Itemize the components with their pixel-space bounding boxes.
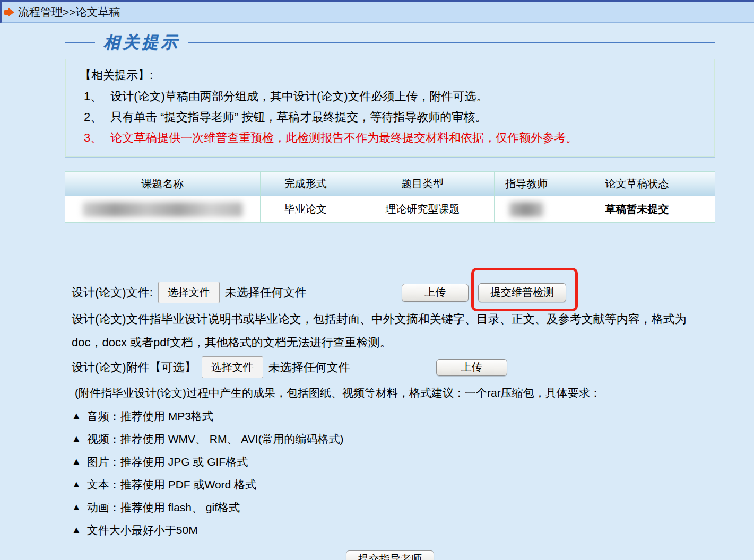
tip-item-3-warning: 3、论文草稿提供一次维普查重预检，此检测报告不作为最终提交材料和依据，仅作额外参… <box>80 127 700 148</box>
submit-weipu-check-button[interactable]: 提交维普检测 <box>478 283 566 302</box>
header-completion-form: 完成形式 <box>260 172 351 196</box>
attachment-description: (附件指毕业设计(论文)过程中产生的成果，包括图纸、视频等材料，格式建议：一个r… <box>72 384 708 401</box>
thesis-file-label: 设计(论文)文件: <box>72 285 153 301</box>
cell-completion-form: 毕业论文 <box>260 196 351 223</box>
submit-row: 提交指导老师 <box>72 550 708 560</box>
requirement-audio: ▲ 音频：推荐使用 MP3格式 <box>72 408 708 424</box>
thesis-file-description: 设计(论文)文件指毕业设计说明书或毕业论文，包括封面、中外文摘和关键字、目录、正… <box>72 308 708 354</box>
breadcrumb: 流程管理>>论文草稿 <box>18 5 120 20</box>
triangle-bullet-icon: ▲ <box>72 431 81 447</box>
requirement-text: 文件大小最好小于50M <box>87 522 198 538</box>
requirement-animation: ▲ 动画：推荐使用 flash、 gif格式 <box>72 499 708 515</box>
tip-text: 只有单击 “提交指导老师” 按钮，草稿才最终提交，等待指导教师的审核。 <box>110 110 487 124</box>
cell-advisor-redacted <box>494 196 559 223</box>
attachment-label: 设计(论文)附件【可选】 <box>72 360 196 375</box>
triangle-bullet-icon: ▲ <box>72 522 81 538</box>
attachment-upload-button[interactable]: 上传 <box>436 359 507 376</box>
header-draft-status: 论文草稿状态 <box>559 172 715 196</box>
header-advisor: 指导教师 <box>494 172 559 196</box>
requirement-text: 视频：推荐使用 WMV、 RM、 AVI(常用的编码格式) <box>87 431 344 447</box>
attachment-row: 设计(论文)附件【可选】 选择文件 未选择任何文件 上传 <box>72 356 708 378</box>
requirement-image: ▲ 图片：推荐使用 JPG 或 GIF格式 <box>72 453 708 470</box>
table-row: 毕业论文 理论研究型课题 草稿暂未提交 <box>65 196 715 223</box>
tip-number: 2、 <box>84 110 102 124</box>
upload-form-panel: 设计(论文)文件: 选择文件 未选择任何文件 上传 提交维普检测 设计(论文)文… <box>65 237 715 560</box>
page: 流程管理>>论文草稿 相关提示 【相关提示】: 1、设计(论文)草稿由两部分组成… <box>0 0 754 560</box>
tips-body: 【相关提示】: 1、设计(论文)草稿由两部分组成，其中设计(论文)文件必须上传，… <box>65 59 715 157</box>
requirement-text: 文本：推荐使用 PDF 或Word 格式 <box>87 476 256 493</box>
requirement-video: ▲ 视频：推荐使用 WMV、 RM、 AVI(常用的编码格式) <box>72 431 708 447</box>
cell-draft-status: 草稿暂未提交 <box>559 196 715 223</box>
header-topic-name: 课题名称 <box>65 172 261 196</box>
tip-number: 1、 <box>84 90 102 103</box>
attachment-choose-file-button[interactable]: 选择文件 <box>202 356 263 378</box>
thesis-file-row: 设计(论文)文件: 选择文件 未选择任何文件 上传 提交维普检测 <box>72 282 708 303</box>
tip-text: 论文草稿提供一次维普查重预检，此检测报告不作为最终提交材料和依据，仅作额外参考。 <box>110 131 577 144</box>
breadcrumb-bar: 流程管理>>论文草稿 <box>0 0 754 23</box>
cell-topic-type: 理论研究型课题 <box>351 196 495 223</box>
header-topic-type: 题目类型 <box>351 172 495 196</box>
requirement-text: 图片：推荐使用 JPG 或 GIF格式 <box>87 453 248 470</box>
weipu-button-wrap: 提交维普检测 <box>478 283 566 302</box>
tips-heading: 【相关提示】: <box>80 65 700 86</box>
redacted-blur <box>509 202 543 217</box>
tip-item-2: 2、只有单击 “提交指导老师” 按钮，草稿才最终提交，等待指导教师的审核。 <box>80 107 700 127</box>
tips-panel: 相关提示 【相关提示】: 1、设计(论文)草稿由两部分组成，其中设计(论文)文件… <box>65 31 715 158</box>
triangle-bullet-icon: ▲ <box>72 476 81 493</box>
triangle-bullet-icon: ▲ <box>72 408 81 424</box>
topic-info-table: 课题名称 完成形式 题目类型 指导教师 论文草稿状态 毕业论文 理论研究型课题 … <box>65 171 715 223</box>
tips-legend: 相关提示 <box>95 31 188 54</box>
arrow-triangle <box>8 7 14 17</box>
arrow-tail <box>4 10 8 15</box>
thesis-no-file-text: 未选择任何文件 <box>225 285 307 301</box>
tip-item-1: 1、设计(论文)草稿由两部分组成，其中设计(论文)文件必须上传，附件可选。 <box>80 86 700 107</box>
attachment-no-file-text: 未选择任何文件 <box>268 360 350 375</box>
requirement-text-doc: ▲ 文本：推荐使用 PDF 或Word 格式 <box>72 476 708 493</box>
tip-text: 设计(论文)草稿由两部分组成，其中设计(论文)文件必须上传，附件可选。 <box>110 90 488 103</box>
triangle-bullet-icon: ▲ <box>72 453 81 470</box>
requirement-file-size: ▲ 文件大小最好小于50M <box>72 522 708 538</box>
redacted-blur <box>83 202 242 217</box>
cell-topic-name-redacted <box>65 196 261 223</box>
main-content: 相关提示 【相关提示】: 1、设计(论文)草稿由两部分组成，其中设计(论文)文件… <box>65 31 715 560</box>
breadcrumb-arrow-icon <box>4 7 14 17</box>
requirement-text: 音频：推荐使用 MP3格式 <box>87 408 213 424</box>
tip-number: 3、 <box>84 131 102 144</box>
thesis-upload-button[interactable]: 上传 <box>402 284 469 302</box>
submit-to-advisor-button[interactable]: 提交指导老师 <box>346 550 434 560</box>
thesis-choose-file-button[interactable]: 选择文件 <box>158 282 220 303</box>
requirement-text: 动画：推荐使用 flash、 gif格式 <box>87 499 240 515</box>
triangle-bullet-icon: ▲ <box>72 499 81 515</box>
table-header-row: 课题名称 完成形式 题目类型 指导教师 论文草稿状态 <box>65 172 715 196</box>
